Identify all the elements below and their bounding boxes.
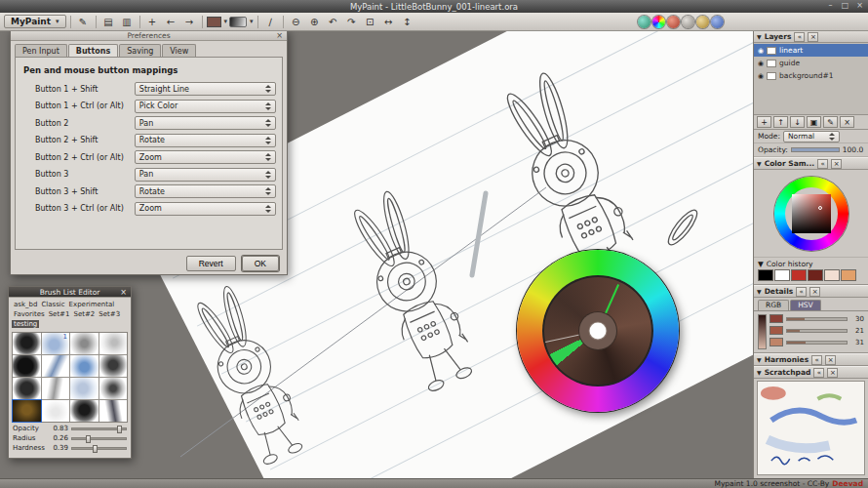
group-tab-active[interactable]: testing <box>12 320 39 328</box>
layer-opacity-slider[interactable] <box>791 147 840 152</box>
current-brush-preview[interactable] <box>229 17 247 27</box>
redo-icon[interactable]: ↷ <box>343 15 360 29</box>
history-swatch[interactable] <box>774 269 790 281</box>
layer-row-background[interactable]: ◉ background#1 <box>754 69 868 82</box>
brush-preview[interactable] <box>70 378 99 399</box>
button1-ctrl-select[interactable]: Pick Color <box>135 100 276 113</box>
brush-preview[interactable]: 1 <box>42 333 70 354</box>
value-gradient-bar[interactable] <box>758 314 767 349</box>
detach-panel-icon[interactable]: « <box>813 368 824 378</box>
maximize-icon[interactable]: □ <box>840 1 850 10</box>
history-swatch[interactable] <box>841 269 856 281</box>
detach-panel-icon[interactable]: « <box>811 355 822 365</box>
details-panel-header[interactable]: ▼ Details « × <box>754 285 868 298</box>
brush-preview[interactable] <box>42 355 70 377</box>
brush-preview[interactable] <box>42 378 70 399</box>
close-panel-icon[interactable]: × <box>827 368 838 378</box>
add-icon[interactable]: + <box>144 15 161 29</box>
detach-panel-icon[interactable]: « <box>794 32 805 42</box>
dialog-titlebar[interactable]: Preferences × <box>11 30 287 41</box>
color-sampler-icon[interactable] <box>638 16 651 28</box>
visibility-icon[interactable]: ◉ <box>758 60 764 67</box>
scratchpad-canvas[interactable] <box>757 381 865 475</box>
close-panel-icon[interactable]: × <box>809 287 820 297</box>
tab-rgb[interactable]: RGB <box>758 300 789 310</box>
brush-preview-selected[interactable] <box>13 400 41 422</box>
layers-panel-header[interactable]: ▼ Layers « × <box>754 30 868 43</box>
harmonies-panel-header[interactable]: ▼ Harmonies « × <box>754 353 868 366</box>
add-layer-button[interactable]: + <box>757 116 771 128</box>
channel-slider[interactable] <box>786 317 848 321</box>
brush-preview[interactable] <box>99 378 128 399</box>
brush-preview[interactable] <box>99 355 128 377</box>
flip-horizontal-icon[interactable]: ↔ <box>380 15 397 29</box>
chevron-down-icon[interactable]: ▾ <box>250 18 254 25</box>
ok-button[interactable]: OK <box>242 256 279 271</box>
hue-ring[interactable] <box>774 177 848 251</box>
collapse-icon[interactable]: ▼ <box>757 160 762 167</box>
channel-swatch[interactable] <box>769 326 783 335</box>
detach-panel-icon[interactable]: « <box>796 287 807 297</box>
close-icon[interactable]: × <box>274 30 285 41</box>
raise-layer-button[interactable]: ↑ <box>773 116 788 128</box>
visibility-icon[interactable]: ◉ <box>758 72 764 80</box>
color-changer-popup[interactable] <box>517 250 679 412</box>
delete-layer-button[interactable]: × <box>840 116 854 128</box>
tab-buttons[interactable]: Buttons <box>68 44 118 57</box>
color-wheel-icon[interactable] <box>652 16 665 28</box>
scratchpad-panel-header[interactable]: ▼ Scratchpad « × <box>754 366 868 379</box>
close-panel-icon[interactable]: × <box>825 355 836 365</box>
chevron-down-icon[interactable]: ▾ <box>224 18 228 25</box>
close-panel-icon[interactable]: × <box>808 32 818 42</box>
brush-preview[interactable] <box>99 333 128 354</box>
tab-saving[interactable]: Saving <box>119 44 161 57</box>
zoom-out-icon[interactable]: ⊖ <box>288 15 304 29</box>
brush-preview[interactable] <box>70 355 99 377</box>
brush-preview[interactable] <box>13 378 41 399</box>
brush-preview[interactable] <box>13 355 41 377</box>
hardness-slider[interactable] <box>71 447 127 450</box>
arrow-right-icon[interactable]: → <box>181 15 198 29</box>
brush-preview[interactable] <box>13 333 41 354</box>
pen-icon[interactable]: ✎ <box>75 15 92 29</box>
visibility-icon[interactable]: ◉ <box>758 47 764 55</box>
window-icon[interactable]: ▤ <box>100 15 117 29</box>
collapse-icon[interactable]: ▼ <box>757 288 762 295</box>
channel-swatch[interactable] <box>769 338 783 346</box>
close-panel-icon[interactable]: × <box>831 159 842 169</box>
lower-layer-button[interactable]: ↓ <box>790 116 805 128</box>
undo-icon[interactable]: ↶ <box>325 15 341 29</box>
layer-row-lineart[interactable]: ◉ lineart <box>754 44 868 57</box>
button3-select[interactable]: Pan <box>135 168 276 182</box>
fit-view-icon[interactable]: ⊡ <box>362 15 378 29</box>
history-swatch[interactable] <box>824 269 840 281</box>
button2-shift-select[interactable]: Rotate <box>135 134 276 147</box>
revert-button[interactable]: Revert <box>186 256 236 271</box>
collapse-icon[interactable]: ▼ <box>757 369 762 376</box>
flip-vertical-icon[interactable]: ↕ <box>399 15 415 29</box>
eraser-tool-icon[interactable] <box>682 16 694 28</box>
close-icon[interactable]: × <box>854 1 865 10</box>
scratchpad-icon[interactable] <box>711 16 724 28</box>
collapse-icon[interactable]: ▼ <box>757 33 762 40</box>
channel-slider[interactable] <box>786 329 848 333</box>
tab-view[interactable]: View <box>162 44 196 57</box>
button3-shift-select[interactable]: Rotate <box>135 184 276 198</box>
brush-preview[interactable] <box>70 400 99 422</box>
saturation-value-square[interactable] <box>792 194 831 233</box>
dialog-titlebar[interactable]: Brush List Editor × <box>9 287 131 298</box>
arrow-left-icon[interactable]: ← <box>163 15 179 29</box>
layer-mode-select[interactable]: Normal <box>783 131 840 142</box>
color-history-header[interactable]: ▼ Color history <box>754 258 868 269</box>
tab-pen-input[interactable]: Pen Input <box>15 44 67 57</box>
close-icon[interactable]: × <box>118 287 129 298</box>
history-swatch[interactable] <box>791 269 807 281</box>
line-mode-icon[interactable]: ∕ <box>262 15 279 29</box>
mypaint-menu-button[interactable]: MyPaint ▾ <box>4 15 66 28</box>
rename-layer-button[interactable]: ✎ <box>823 116 838 128</box>
button2-select[interactable]: Pan <box>135 116 276 130</box>
channel-swatch[interactable] <box>769 314 783 323</box>
group-tab[interactable]: Set#1 <box>47 310 72 318</box>
brush-preview[interactable] <box>70 333 99 354</box>
zoom-in-icon[interactable]: ⊕ <box>306 15 323 29</box>
